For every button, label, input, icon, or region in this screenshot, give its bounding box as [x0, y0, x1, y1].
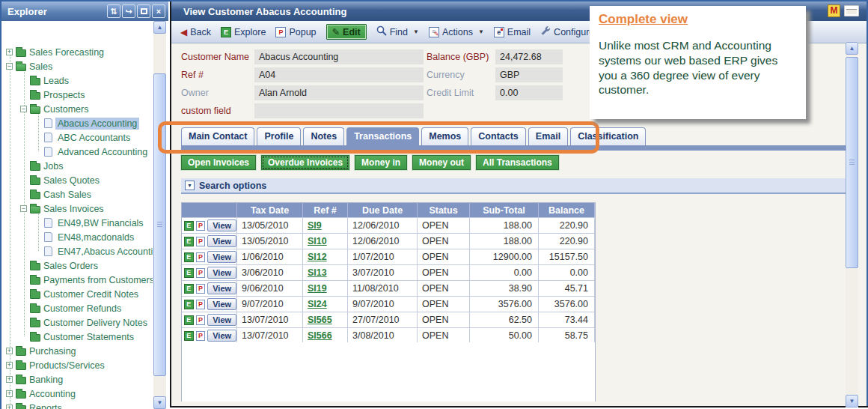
tree-item-accounting[interactable]: +Accounting	[1, 387, 153, 401]
filter-button-money-in[interactable]: Money in	[355, 155, 407, 170]
tree-item-sales[interactable]: −Sales	[1, 59, 153, 73]
main-scrollbar-up-arrow-icon[interactable]: ▲	[846, 42, 858, 55]
tree-item-customer-credit-notes[interactable]: Customer Credit Notes	[1, 287, 153, 301]
expand-plus-icon[interactable]: +	[6, 390, 13, 397]
explorer-scrollbar-up-arrow-icon[interactable]: ▲	[153, 21, 166, 34]
collapse-minus-icon[interactable]: −	[20, 205, 27, 212]
row-explore-icon[interactable]: E	[184, 284, 194, 294]
view-button[interactable]: View	[207, 235, 236, 247]
filter-button-overdue-invoices[interactable]: Overdue Invoices	[261, 155, 349, 170]
back-button[interactable]: ◀Back	[180, 27, 211, 37]
row-explore-icon[interactable]: E	[184, 268, 194, 278]
chevron-down-icon[interactable]: ▼	[478, 28, 484, 35]
row-explore-icon[interactable]: E	[184, 331, 194, 341]
tree-item-sales-invoices[interactable]: −Sales Invoices	[1, 202, 153, 216]
edit-button[interactable]: ✎Edit	[326, 24, 367, 40]
row-explore-icon[interactable]: E	[184, 221, 194, 231]
expand-plus-icon[interactable]: +	[6, 362, 13, 369]
expand-plus-icon[interactable]: +	[6, 49, 13, 55]
view-button[interactable]: View	[207, 314, 236, 326]
tree-item-customers[interactable]: −Customers	[1, 102, 153, 116]
tab-classification[interactable]: Classification	[570, 127, 646, 145]
collapse-minus-icon[interactable]: −	[20, 106, 27, 112]
collapse-minus-icon[interactable]: −	[6, 63, 13, 70]
row-popup-icon[interactable]: P	[196, 268, 206, 278]
explorer-scrollbar[interactable]: ▲▼	[153, 21, 166, 409]
tree-item-customer-refunds[interactable]: Customer Refunds	[1, 301, 153, 315]
view-button[interactable]: View	[207, 219, 236, 231]
invoice-ref-link[interactable]: SI565	[308, 315, 332, 325]
explorer-scrollbar-thumb[interactable]	[153, 73, 166, 376]
explorer-scrollbar-down-arrow-icon[interactable]: ▼	[153, 396, 166, 409]
search-options-bar[interactable]: ▼ Search options	[181, 178, 846, 194]
expand-search-options-icon[interactable]: ▼	[185, 181, 195, 190]
resize-updown-button[interactable]: ⇅	[107, 4, 120, 18]
row-popup-icon[interactable]: P	[196, 221, 206, 231]
tree-item-abc-accountants[interactable]: ABC Accountants	[1, 130, 153, 145]
close-button[interactable]: ×	[152, 4, 165, 18]
invoice-ref-link[interactable]: SI9	[308, 220, 322, 231]
row-popup-icon[interactable]: P	[196, 300, 206, 309]
row-popup-icon[interactable]: P	[196, 252, 206, 262]
tree-item-en49-bw-financials[interactable]: EN49,BW Financials	[1, 216, 153, 230]
window-icon[interactable]	[844, 5, 859, 16]
tree-item-prospects[interactable]: Prospects	[1, 88, 153, 102]
main-scrollbar-down-arrow-icon[interactable]: ▼	[846, 395, 858, 408]
view-button[interactable]: View	[207, 282, 236, 294]
tree-item-sales-quotes[interactable]: Sales Quotes	[1, 173, 153, 187]
expand-plus-icon[interactable]: +	[6, 376, 13, 383]
tree-item-leads[interactable]: Leads	[1, 73, 153, 88]
invoice-ref-link[interactable]: SI19	[308, 283, 327, 294]
expand-plus-icon[interactable]: +	[6, 405, 13, 409]
row-popup-icon[interactable]: P	[196, 331, 206, 341]
tree-item-reports[interactable]: +Reports	[1, 401, 153, 409]
tree-item-banking[interactable]: +Banking	[1, 372, 153, 387]
tree-item-abacus-accounting[interactable]: Abacus Accounting	[1, 116, 153, 130]
row-explore-icon[interactable]: E	[184, 315, 194, 325]
row-popup-icon[interactable]: P	[196, 237, 206, 246]
main-scrollbar-thumb[interactable]	[846, 57, 858, 268]
undock-button[interactable]: ↪	[122, 4, 135, 18]
row-explore-icon[interactable]: E	[184, 252, 194, 262]
tree-item-cash-sales[interactable]: Cash Sales	[1, 187, 153, 202]
view-button[interactable]: View	[207, 267, 236, 279]
expand-plus-icon[interactable]: +	[6, 348, 13, 354]
find-button[interactable]: Find▼	[376, 25, 419, 38]
tab-transactions[interactable]: Transactions	[346, 127, 419, 145]
view-button[interactable]: View	[207, 298, 236, 310]
row-explore-icon[interactable]: E	[184, 237, 194, 246]
filter-button-money-out[interactable]: Money out	[412, 155, 471, 170]
configure-button[interactable]: Configure	[540, 25, 594, 38]
tree-item-customer-statements[interactable]: Customer Statements	[1, 330, 153, 344]
row-popup-icon[interactable]: P	[196, 284, 206, 294]
main-scrollbar[interactable]: ▲▼	[846, 42, 858, 408]
tab-memos[interactable]: Memos	[421, 127, 468, 145]
actions-button[interactable]: ≡✎Actions▼	[429, 27, 484, 37]
tree-item-products-services[interactable]: +Products/Services	[1, 358, 153, 372]
invoice-ref-link[interactable]: SI12	[308, 252, 327, 262]
explore-button[interactable]: EExplore	[221, 27, 266, 37]
email-button[interactable]: eEmail	[494, 27, 531, 37]
tab-notes[interactable]: Notes	[303, 127, 344, 145]
filter-button-open-invoices[interactable]: Open Invoices	[181, 155, 256, 170]
invoice-ref-link[interactable]: SI24	[308, 299, 327, 309]
popup-button[interactable]: PPopup	[275, 27, 316, 37]
row-explore-icon[interactable]: E	[184, 300, 194, 309]
tree-item-en47-abacus-accounting[interactable]: EN47,Abacus Accounting	[1, 244, 153, 258]
view-button[interactable]: View	[207, 251, 236, 263]
maximize-button[interactable]	[137, 4, 150, 18]
tree-item-en48-macdonalds[interactable]: EN48,macdonalds	[1, 230, 153, 244]
tree-item-customer-delivery-notes[interactable]: Customer Delivery Notes	[1, 315, 153, 330]
invoice-ref-link[interactable]: SI10	[308, 236, 327, 246]
tree-item-advanced-accounting[interactable]: Advanced Accounting	[1, 145, 153, 159]
tab-profile[interactable]: Profile	[257, 127, 301, 145]
tab-contacts[interactable]: Contacts	[471, 127, 525, 145]
chevron-down-icon[interactable]: ▼	[413, 28, 419, 35]
tab-email[interactable]: Email	[528, 127, 568, 145]
tree-item-sales-forecasting[interactable]: +Sales Forecasting	[1, 45, 153, 59]
tree-item-jobs[interactable]: Jobs	[1, 159, 153, 173]
tab-main-contact[interactable]: Main Contact	[181, 127, 254, 145]
view-button[interactable]: View	[207, 330, 236, 342]
row-popup-icon[interactable]: P	[196, 315, 206, 325]
tree-item-purchasing[interactable]: +Purchasing	[1, 344, 153, 358]
